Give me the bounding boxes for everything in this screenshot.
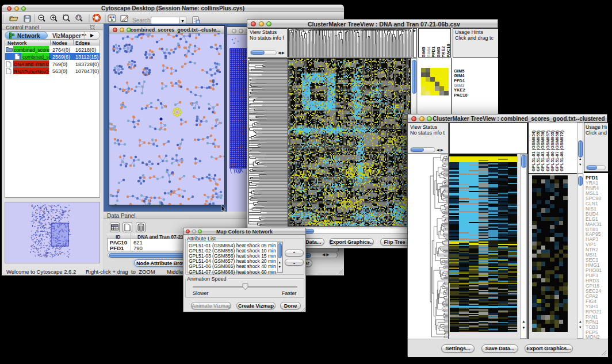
svg-text:1:1: 1:1	[76, 16, 81, 19]
